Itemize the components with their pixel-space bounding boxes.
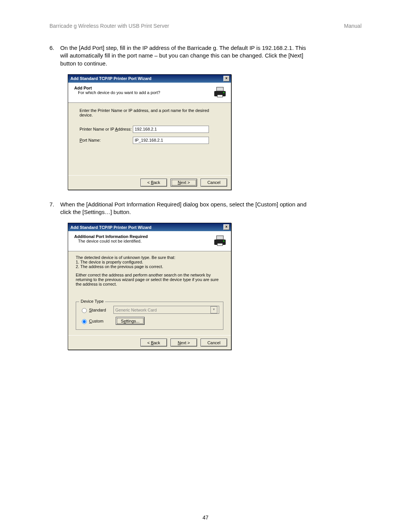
button-bar: < Back Next > Cancel <box>68 335 231 350</box>
svg-rect-2 <box>217 95 223 97</box>
step-7-text: When the [Additional Port Information Re… <box>60 201 311 216</box>
next-button[interactable]: Next > <box>170 179 197 187</box>
page: Barricade g Wireless Router with USB Pri… <box>0 0 411 532</box>
port-info-dialog: Add Standard TCP/IP Printer Port Wizard … <box>68 223 231 350</box>
standard-label: Standard <box>89 308 113 312</box>
settings-button[interactable]: Settings... <box>116 317 145 325</box>
svg-rect-5 <box>217 236 223 240</box>
chevron-down-icon: ▼ <box>210 306 217 313</box>
next-button[interactable]: Next > <box>170 339 197 347</box>
close-icon[interactable]: × <box>223 76 229 81</box>
svg-rect-1 <box>217 87 223 91</box>
svg-point-7 <box>223 241 225 242</box>
dropdown-value: Generic Network Card <box>115 308 157 312</box>
svg-rect-6 <box>217 243 223 246</box>
printer-icon <box>213 86 226 99</box>
page-header: Barricade g Wireless Router with USB Pri… <box>49 23 362 29</box>
banner-subtitle: The device could not be identified. <box>78 239 148 243</box>
dialog-banner: Additional Port Information Required The… <box>68 231 231 251</box>
titlebar[interactable]: Add Standard TCP/IP Printer Port Wizard … <box>68 223 231 231</box>
group-legend: Device Type <box>79 299 105 304</box>
header-right: Manual <box>344 23 362 29</box>
printer-icon <box>213 234 226 247</box>
back-button[interactable]: < Back <box>140 179 167 187</box>
port-name-input[interactable] <box>133 137 209 144</box>
step-7: 7. When the [Additional Port Information… <box>49 201 362 216</box>
standard-dropdown: Generic Network Card ▼ <box>113 306 219 314</box>
body-instruction: Enter the Printer Name or IP address, an… <box>80 108 223 117</box>
body-line-2: 1. The device is properly configured. <box>76 260 223 264</box>
titlebar[interactable]: Add Standard TCP/IP Printer Port Wizard … <box>68 75 231 83</box>
device-type-group: Device Type Standard Generic Network Car… <box>76 302 223 330</box>
step-6-num: 6. <box>49 44 59 52</box>
body-line-4: Either correct the address and perform a… <box>76 273 223 286</box>
label-port-name: Port Name: <box>80 138 133 142</box>
step-6: 6. On the [Add Port] step, fill in the I… <box>49 44 362 67</box>
step-7-num: 7. <box>49 201 59 208</box>
banner-title: Additional Port Information Required <box>74 234 148 239</box>
back-button[interactable]: < Back <box>140 339 167 347</box>
body-line-3: 2. The address on the previous page is c… <box>76 264 223 269</box>
page-number: 47 <box>202 514 209 521</box>
custom-label: Custom <box>89 319 113 323</box>
header-left: Barricade g Wireless Router with USB Pri… <box>49 23 169 29</box>
dialog-body: The detected device is of unknown type. … <box>68 251 231 335</box>
cancel-button[interactable]: Cancel <box>201 179 227 187</box>
button-bar: < Back Next > Cancel <box>68 175 231 190</box>
label-printer-address: Printer Name or IP Address: <box>80 127 133 131</box>
dialog-title: Add Standard TCP/IP Printer Port Wizard <box>70 225 151 230</box>
cancel-button[interactable]: Cancel <box>201 339 227 347</box>
dialog-body: Enter the Printer Name or IP address, an… <box>68 103 231 175</box>
standard-radio[interactable] <box>82 308 87 313</box>
svg-point-3 <box>223 92 225 93</box>
add-port-dialog: Add Standard TCP/IP Printer Port Wizard … <box>68 74 231 190</box>
close-icon[interactable]: × <box>223 224 229 230</box>
banner-subtitle: For which device do you want to add a po… <box>78 90 160 95</box>
step-6-text: On the [Add Port] step, fill in the IP a… <box>60 44 311 67</box>
custom-radio[interactable] <box>82 319 87 324</box>
dialog-banner: Add Port For which device do you want to… <box>68 83 231 103</box>
banner-title: Add Port <box>74 86 160 90</box>
dialog-title: Add Standard TCP/IP Printer Port Wizard <box>70 76 151 81</box>
body-line-1: The detected device is of unknown type. … <box>76 255 223 260</box>
printer-address-input[interactable] <box>133 126 209 133</box>
